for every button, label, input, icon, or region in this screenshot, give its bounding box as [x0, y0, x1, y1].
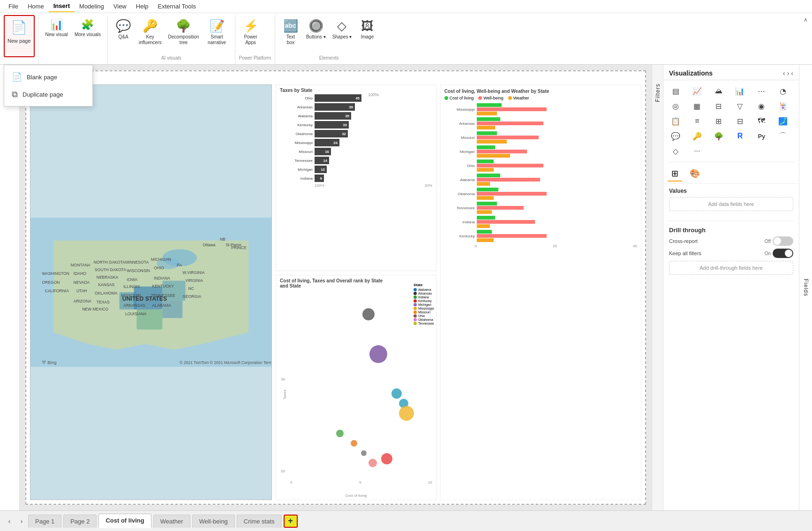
- tab-cost-of-living[interactable]: Cost of living: [98, 514, 151, 528]
- viz-shape[interactable]: ◇: [667, 144, 684, 158]
- viz-scatter[interactable]: ⋯: [753, 84, 770, 98]
- tab-next-button[interactable]: ›: [16, 516, 27, 527]
- viz-treemap[interactable]: ▦: [689, 99, 706, 113]
- viz-panel-nav: ‹ › ‹: [783, 69, 793, 77]
- new-visual-label: New visual: [45, 32, 68, 38]
- key-influencers-button[interactable]: 🔑 Keyinfluencers: [136, 17, 164, 54]
- smart-narrative-button[interactable]: 📝 Smartnarrative: [203, 17, 231, 54]
- viz-line[interactable]: 📈: [689, 84, 706, 98]
- menu-file[interactable]: File: [4, 1, 23, 12]
- bar-fill: 45: [315, 94, 361, 102]
- hbar-chart[interactable]: Cost of living, Well-being and Weather b…: [440, 84, 641, 500]
- bar-fill: 32: [315, 130, 348, 137]
- viz-stacked-bar[interactable]: ▤: [667, 84, 684, 98]
- hbar-bars: [477, 159, 543, 172]
- viz-card[interactable]: 🃏: [774, 99, 791, 113]
- viz-close-button[interactable]: ‹: [791, 69, 793, 77]
- viz-matrix[interactable]: ⊟: [731, 114, 748, 128]
- add-page-button[interactable]: +: [284, 515, 298, 528]
- bar-label: Mississippi: [281, 141, 313, 145]
- left-sidebar: ⊞ ⧉: [0, 65, 20, 510]
- viz-donut[interactable]: ◎: [667, 99, 684, 113]
- viz-filled-map[interactable]: 🗾: [774, 114, 791, 128]
- hbar-bars: [477, 174, 540, 186]
- svg-text:IDAHO: IDAHO: [74, 271, 86, 276]
- drillthrough-add-fields[interactable]: Add drill-through fields here: [669, 261, 793, 275]
- viz-bar[interactable]: 📊: [731, 84, 748, 98]
- viz-area[interactable]: ⛰: [710, 84, 727, 98]
- decomp-tree-button[interactable]: 🌳 Decompositiontree: [165, 17, 202, 54]
- viz-funnel[interactable]: ▽: [731, 99, 748, 113]
- viz-table[interactable]: ⊞: [710, 114, 727, 128]
- viz-add-fields[interactable]: Add data fields here: [669, 197, 793, 211]
- cross-report-toggle[interactable]: [773, 236, 793, 246]
- more-visuals-button[interactable]: 🧩 More visuals: [72, 17, 104, 56]
- ribbon-collapse-button[interactable]: ∧: [801, 15, 810, 24]
- menu-modeling[interactable]: Modeling: [75, 1, 109, 12]
- shapes-button[interactable]: ◇ Shapes ▾: [330, 17, 355, 54]
- power-apps-button[interactable]: ⚡ PowerApps: [239, 17, 263, 54]
- viz-key-influencers[interactable]: 🔑: [689, 129, 706, 143]
- viz-decomp[interactable]: 🌳: [710, 129, 727, 143]
- blank-page-option[interactable]: 📄 Blank page: [4, 68, 92, 86]
- viz-next-button[interactable]: ›: [787, 69, 789, 77]
- hbar-state-label: Oklahoma: [444, 192, 475, 196]
- scatter-bubble: [351, 440, 357, 447]
- svg-text:© 2021 TomTom © 2021 Microsoft: © 2021 TomTom © 2021 Microsoft Corporati…: [180, 360, 271, 365]
- tab-page1[interactable]: Page 1: [28, 515, 61, 528]
- viz-arc[interactable]: ⌒: [774, 129, 791, 143]
- hbar-wt-bar: [477, 182, 490, 186]
- keep-filters-toggle[interactable]: [773, 249, 793, 258]
- viz-divider-2: [667, 220, 795, 221]
- viz-qa[interactable]: 💬: [667, 129, 684, 143]
- svg-text:MONTANA: MONTANA: [71, 263, 90, 267]
- bar-row: Michigan 12: [315, 166, 432, 173]
- fields-label[interactable]: Fields: [803, 279, 809, 296]
- viz-build-button[interactable]: ⊞: [667, 166, 683, 182]
- viz-values-section: Values Add data fields here: [663, 184, 799, 219]
- viz-pie[interactable]: ◔: [774, 84, 791, 98]
- viz-format-button[interactable]: 🎨: [685, 166, 704, 182]
- menu-home[interactable]: Home: [23, 1, 49, 12]
- bar-fill: 16: [315, 148, 331, 155]
- viz-py[interactable]: Py: [753, 129, 770, 143]
- tab-prev-button[interactable]: ‹: [4, 516, 15, 527]
- hbar-wt-bar: [477, 168, 494, 172]
- tab-crime-stats[interactable]: Crime stats: [237, 515, 282, 528]
- new-visual-button[interactable]: 📊 New visual: [43, 17, 71, 56]
- tab-weather[interactable]: Weather: [153, 515, 190, 528]
- viz-map[interactable]: 🗺: [753, 114, 770, 128]
- filters-label[interactable]: Filters: [654, 83, 661, 102]
- scatter-chart[interactable]: Cost of living, Taxes and Overall rank b…: [276, 275, 436, 500]
- image-button[interactable]: 🖼 Image: [355, 17, 379, 54]
- hbar-col-bar: [477, 117, 500, 121]
- tab-page2[interactable]: Page 2: [63, 515, 97, 528]
- menu-insert[interactable]: Insert: [49, 0, 75, 12]
- text-box-button[interactable]: 🔤 Textbox: [279, 17, 302, 54]
- taxes-bar-chart[interactable]: Taxes by State 100% Ohio 45 Arkansas 39 …: [276, 84, 436, 271]
- buttons-button[interactable]: 🔘 Buttons ▾: [303, 17, 329, 54]
- qa-button[interactable]: 💬 Q&A: [112, 17, 135, 54]
- bar-row: Indiana 9: [315, 174, 432, 182]
- viz-slicer[interactable]: ≡: [689, 114, 706, 128]
- new-page-button[interactable]: 📄 New page: [4, 15, 35, 57]
- viz-more[interactable]: ···: [689, 144, 706, 158]
- tab-well-being[interactable]: Well-being: [192, 515, 235, 528]
- menu-view[interactable]: View: [109, 1, 131, 12]
- menu-bar: File Home Insert Modeling View Help Exte…: [0, 0, 812, 13]
- hbar-state-label: Kentucky: [444, 234, 475, 238]
- viz-gauge[interactable]: ◉: [753, 99, 770, 113]
- menu-external-tools[interactable]: External Tools: [153, 1, 201, 12]
- viz-r[interactable]: R: [731, 129, 748, 143]
- duplicate-page-option[interactable]: ⧉ Duplicate page: [4, 86, 92, 103]
- svg-text:UTAH: UTAH: [76, 288, 87, 293]
- menu-help[interactable]: Help: [131, 1, 153, 12]
- map-visual[interactable]: Cost of living by State: [30, 84, 272, 500]
- hbar-row: Indiana: [444, 216, 637, 228]
- viz-kpi[interactable]: 📋: [667, 114, 684, 128]
- viz-prev-button[interactable]: ‹: [783, 69, 785, 77]
- top-canvas-panel[interactable]: Cost of living by State: [25, 70, 646, 505]
- viz-waterfall[interactable]: ⊟: [710, 99, 727, 113]
- hbar-wb-bar: [477, 121, 543, 125]
- viz-panel-header: Visualizations ‹ › ‹: [663, 65, 799, 80]
